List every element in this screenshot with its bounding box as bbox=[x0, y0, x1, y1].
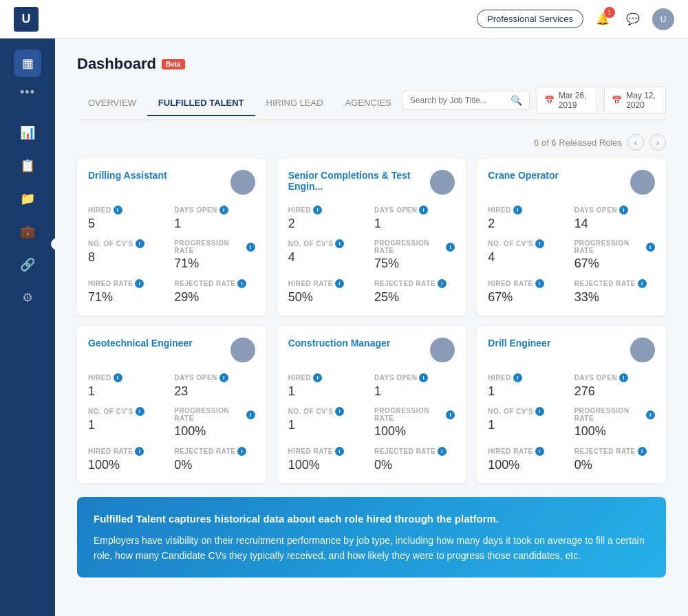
notification-badge: 1 bbox=[604, 7, 615, 18]
list-icon: 📋 bbox=[20, 158, 35, 173]
sidebar-item-network[interactable]: 🔗 bbox=[14, 251, 41, 278]
sidebar-item-jobs[interactable]: 📁 bbox=[14, 185, 41, 212]
svg-point-10 bbox=[637, 341, 648, 352]
card-stats-1: HIRED i 5 DAYS OPEN i 1 NO. OF CV's i 8 … bbox=[88, 206, 255, 305]
page-title-row: Dashboard Beta bbox=[77, 55, 666, 73]
role-card-3: Crane Operator HIRED i 2 DAYS OPEN i 14 bbox=[477, 159, 666, 316]
main-layout: ▦ ••• 📊 📋 📁 💼 🔗 ⚙ › Dashboard Beta bbox=[0, 38, 688, 616]
card-avatar-1 bbox=[230, 170, 255, 195]
svg-point-4 bbox=[637, 173, 648, 184]
card-header-5: Construction Manager bbox=[288, 338, 455, 362]
tab-fulfilled-talent[interactable]: FULFILLED TALENT bbox=[147, 91, 255, 116]
role-card-5: Construction Manager HIRED i 1 DAYS OPEN… bbox=[277, 327, 466, 483]
info-icon: i bbox=[114, 206, 122, 214]
sidebar-item-briefcase[interactable]: 💼 bbox=[14, 218, 41, 245]
card-header-3: Crane Operator bbox=[488, 170, 655, 195]
svg-point-6 bbox=[237, 341, 248, 352]
sidebar-item-dashboard[interactable]: ▦ bbox=[14, 50, 41, 77]
card-stats-2: HIRED i 2 DAYS OPEN i 1 NO. OF CV's i 4 … bbox=[288, 206, 455, 305]
card-stats-3: HIRED i 2 DAYS OPEN i 14 NO. OF CV's i 4… bbox=[488, 206, 655, 305]
info-icon: i bbox=[135, 279, 144, 288]
logo: U bbox=[14, 7, 39, 32]
stat-days-open: DAYS OPEN i 1 bbox=[374, 206, 455, 231]
next-page-button[interactable]: › bbox=[649, 134, 666, 151]
date-to-input[interactable]: 📅 May 12, 2020 bbox=[604, 87, 666, 114]
card-title-2[interactable]: Senior Completions & Test Engin... bbox=[288, 170, 431, 192]
search-wrap: 🔍 bbox=[402, 91, 530, 110]
hired-value: 5 bbox=[88, 217, 169, 231]
stat-hired: HIRED i 5 bbox=[88, 206, 169, 231]
card-avatar-4 bbox=[230, 338, 255, 362]
messages-button[interactable]: 💬 bbox=[622, 8, 644, 30]
stat-days-open: DAYS OPEN i 1 bbox=[174, 206, 255, 231]
stat-hired-rate: HIRED RATE i 71% bbox=[88, 279, 169, 305]
notifications-button[interactable]: 🔔 1 bbox=[592, 8, 614, 30]
card-title-6[interactable]: Drill Engineer bbox=[488, 338, 630, 349]
sidebar-more[interactable]: ••• bbox=[20, 85, 35, 100]
stat-hired: HIRED i 2 bbox=[288, 206, 369, 231]
stat-rejected-rate: REJECTED RATE i 25% bbox=[374, 279, 455, 305]
card-stats-6: HIRED i 1 DAYS OPEN i 276 NO. OF CV's i … bbox=[488, 373, 655, 472]
analytics-icon: 📊 bbox=[20, 125, 35, 140]
top-navigation: U Professional Services 🔔 1 💬 U bbox=[0, 0, 688, 38]
info-icon: i bbox=[219, 206, 228, 214]
card-header-6: Drill Engineer bbox=[488, 338, 655, 362]
tabs-row: OVERVIEW FULFILLED TALENT HIRING LEAD AG… bbox=[77, 87, 666, 120]
card-title-3[interactable]: Crane Operator bbox=[488, 170, 630, 181]
hired-rate-value: 71% bbox=[88, 290, 169, 305]
card-title-1[interactable]: Drilling Assistant bbox=[88, 170, 230, 181]
card-title-4[interactable]: Geotechnical Engineer bbox=[88, 338, 230, 349]
page-title: Dashboard bbox=[77, 55, 156, 73]
sidebar-item-settings[interactable]: ⚙ bbox=[14, 284, 41, 311]
user-avatar[interactable]: U bbox=[652, 8, 674, 30]
stat-no-cvs: NO. OF CV's i 8 bbox=[88, 239, 169, 271]
stat-progression-rate: PROGRESSION RATE i 71% bbox=[174, 239, 255, 271]
card-title-5[interactable]: Construction Manager bbox=[288, 338, 431, 349]
date-from-input[interactable]: 📅 Mar 26, 2019 bbox=[537, 87, 597, 114]
dashboard-icon: ▦ bbox=[22, 56, 34, 71]
card-avatar-3 bbox=[630, 170, 655, 195]
calendar-icon-2: 📅 bbox=[612, 96, 622, 105]
svg-point-3 bbox=[433, 184, 452, 195]
role-card-1: Drilling Assistant HIRED i 5 DAYS OPEN i… bbox=[77, 159, 266, 316]
pro-services-button[interactable]: Professional Services bbox=[477, 10, 583, 28]
svg-point-5 bbox=[633, 184, 652, 195]
search-input[interactable] bbox=[410, 96, 506, 105]
tab-hiring-lead[interactable]: HIRING LEAD bbox=[255, 91, 334, 116]
cards-grid: Drilling Assistant HIRED i 5 DAYS OPEN i… bbox=[77, 159, 666, 483]
rejected-rate-value: 29% bbox=[174, 290, 255, 305]
sidebar-item-analytics[interactable]: 📊 bbox=[14, 119, 41, 146]
card-stats-4: HIRED i 1 DAYS OPEN i 23 NO. OF CV's i 1… bbox=[88, 373, 255, 472]
avatar-initials: U bbox=[660, 14, 667, 24]
tab-agencies[interactable]: AGENCIES bbox=[334, 91, 402, 116]
calendar-icon: 📅 bbox=[544, 96, 555, 105]
card-header-2: Senior Completions & Test Engin... bbox=[288, 170, 455, 195]
svg-point-7 bbox=[233, 352, 252, 362]
card-avatar-2 bbox=[430, 170, 455, 195]
stat-hired-rate: HIRED RATE i 50% bbox=[288, 279, 369, 305]
tab-overview[interactable]: OVERVIEW bbox=[77, 91, 147, 116]
card-stats-5: HIRED i 1 DAYS OPEN i 1 NO. OF CV's i 1 … bbox=[288, 373, 455, 472]
info-banner-line2: Employers have visibility on their recru… bbox=[94, 533, 649, 564]
date-to-value: May 12, 2020 bbox=[626, 91, 658, 110]
svg-point-9 bbox=[433, 352, 452, 362]
no-cvs-value: 8 bbox=[88, 250, 169, 265]
settings-icon: ⚙ bbox=[22, 290, 33, 305]
chat-icon: 💬 bbox=[626, 12, 640, 25]
folder-icon: 📁 bbox=[20, 191, 35, 206]
days-open-value: 1 bbox=[174, 217, 255, 231]
stat-progression-rate: PROGRESSION RATE i 75% bbox=[374, 239, 455, 271]
prev-page-button[interactable]: ‹ bbox=[627, 134, 644, 151]
progression-rate-value: 71% bbox=[174, 256, 255, 271]
role-card-6: Drill Engineer HIRED i 1 DAYS OPEN i 276 bbox=[477, 327, 666, 483]
role-card-4: Geotechnical Engineer HIRED i 1 DAYS OPE… bbox=[77, 327, 266, 483]
tab-search-area: 🔍 📅 Mar 26, 2019 📅 May 12, 2020 bbox=[402, 87, 666, 120]
top-nav-right: Professional Services 🔔 1 💬 U bbox=[477, 8, 674, 30]
beta-badge: Beta bbox=[162, 59, 185, 69]
card-header-4: Geotechnical Engineer bbox=[88, 338, 255, 362]
sidebar: ▦ ••• 📊 📋 📁 💼 🔗 ⚙ › bbox=[0, 38, 55, 616]
sidebar-item-candidates[interactable]: 📋 bbox=[14, 152, 41, 179]
svg-point-8 bbox=[437, 341, 448, 352]
briefcase-icon: 💼 bbox=[20, 224, 35, 239]
search-icon: 🔍 bbox=[510, 95, 522, 106]
